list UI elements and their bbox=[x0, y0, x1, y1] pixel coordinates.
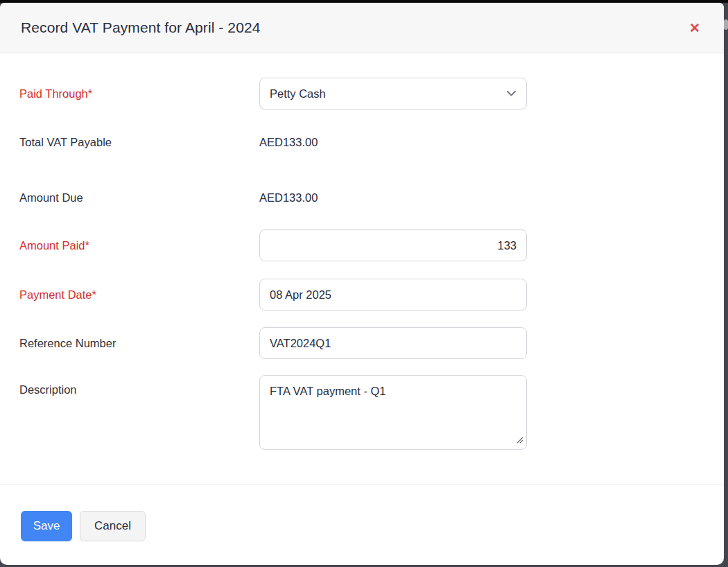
total-vat-payable-value: AED133.00 bbox=[259, 135, 527, 149]
description-label: Description bbox=[19, 375, 259, 450]
amount-due-value: AED133.00 bbox=[259, 191, 527, 204]
total-vat-payable-row: Total VAT Payable AED133.00 bbox=[0, 135, 724, 149]
total-vat-payable-label: Total VAT Payable bbox=[19, 135, 259, 149]
reference-number-row: Reference Number bbox=[0, 327, 724, 359]
record-vat-payment-modal: Record VAT Payment for April - 2024 ✕ Pa… bbox=[0, 3, 724, 565]
reference-number-input[interactable] bbox=[259, 327, 527, 359]
save-button[interactable]: Save bbox=[21, 511, 72, 541]
payment-date-row: Payment Date* bbox=[0, 279, 724, 311]
reference-number-label: Reference Number bbox=[19, 327, 259, 359]
paid-through-selected-value: Petty Cash bbox=[270, 87, 326, 101]
amount-paid-label: Amount Paid* bbox=[19, 229, 259, 261]
modal-header: Record VAT Payment for April - 2024 ✕ bbox=[0, 3, 724, 53]
description-textarea[interactable]: FTA VAT payment - Q1 bbox=[259, 375, 527, 450]
scrollbar-thumb[interactable] bbox=[724, 19, 728, 30]
modal-title: Record VAT Payment for April - 2024 bbox=[21, 19, 261, 36]
payment-date-label: Payment Date* bbox=[19, 279, 259, 311]
modal-footer: Save Cancel bbox=[0, 485, 724, 541]
close-icon[interactable]: ✕ bbox=[686, 19, 703, 37]
cancel-button[interactable]: Cancel bbox=[80, 511, 146, 541]
amount-due-row: Amount Due AED133.00 bbox=[0, 191, 724, 204]
payment-date-input[interactable] bbox=[259, 279, 527, 311]
chevron-down-icon bbox=[506, 90, 517, 97]
paid-through-select[interactable]: Petty Cash bbox=[259, 78, 527, 110]
description-row: Description FTA VAT payment - Q1 bbox=[0, 375, 724, 450]
page-top-bar bbox=[0, 0, 728, 3]
amount-due-label: Amount Due bbox=[19, 191, 259, 204]
amount-paid-input[interactable] bbox=[259, 229, 527, 261]
paid-through-row: Paid Through* Petty Cash bbox=[0, 78, 724, 110]
modal-body: Paid Through* Petty Cash Total VAT Payab… bbox=[0, 53, 724, 565]
paid-through-label: Paid Through* bbox=[19, 78, 259, 110]
amount-paid-row: Amount Paid* bbox=[0, 229, 724, 261]
